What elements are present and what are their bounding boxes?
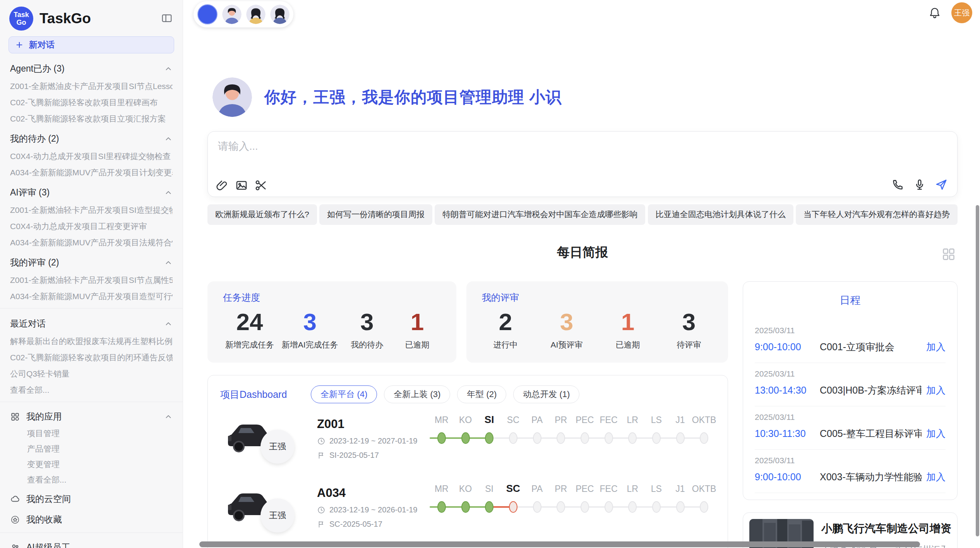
layout-grid-icon[interactable] bbox=[941, 247, 956, 262]
project-list: 王强 Z001 2023-12-19 ~ 2027-01-19 SI-2025-… bbox=[220, 415, 715, 542]
sidebar-section-header[interactable]: 最近对话 bbox=[10, 318, 173, 330]
project-code: A034 bbox=[317, 486, 430, 500]
user-avatar[interactable]: 王强 bbox=[951, 2, 972, 23]
sidebar-item[interactable]: 我的云空间 bbox=[10, 493, 173, 505]
sidebar-item[interactable]: 我的收藏 bbox=[10, 514, 173, 526]
daily-brief-title: 每日简报 bbox=[207, 244, 958, 261]
event-date: 2025/03/11 bbox=[755, 369, 946, 378]
sidebar-sub-item[interactable]: 查看全部... bbox=[27, 475, 173, 485]
project-dates: 2023-12-19 ~ 2026-01-19 bbox=[317, 505, 430, 514]
panel-collapse-icon bbox=[161, 12, 173, 24]
send-icon[interactable] bbox=[935, 178, 948, 191]
avatar-woman-yellow[interactable] bbox=[246, 5, 266, 24]
sidebar-collapse-button[interactable] bbox=[160, 12, 173, 25]
scissors-icon[interactable] bbox=[254, 179, 267, 192]
chevron-up-icon bbox=[164, 65, 173, 73]
composer-placeholder: 请输入... bbox=[218, 139, 258, 153]
stats-card: 任务进度 24 新增完成任务 3 新增AI完成任务 3 我的待办 1 已逾期 bbox=[207, 281, 456, 363]
sidebar: Task Go TaskGo 新对话 Agent已办 (3)Z001-全新燃油皮… bbox=[0, 0, 183, 548]
sidebar-section-header[interactable]: 我的评审 (2) bbox=[10, 257, 173, 269]
dashboard-filter-chip[interactable]: 动总开发 (1) bbox=[513, 385, 579, 403]
taskgo-logo: Task Go bbox=[9, 7, 33, 31]
horizontal-scrollbar[interactable] bbox=[199, 541, 920, 547]
sidebar-link-label: AI超级员工 bbox=[26, 541, 70, 548]
project-info: Z001 2023-12-19 ~ 2027-01-19 SI-2025-05-… bbox=[317, 415, 430, 473]
event-name: C003|H0B-方案冻结评审 bbox=[820, 384, 922, 397]
suggestion-chip[interactable]: 比亚迪全固态电池计划具体说了什么 bbox=[648, 204, 793, 225]
new-conversation-button[interactable] bbox=[197, 4, 218, 24]
suggestion-chip[interactable]: 当下年轻人对汽车外观有怎样的喜好趋势 bbox=[796, 204, 958, 225]
sidebar-item[interactable]: C02-飞腾新能源轻客改款项目的闭环通告反馈情况 bbox=[10, 353, 173, 362]
project-row[interactable]: 王强 Z001 2023-12-19 ~ 2027-01-19 SI-2025-… bbox=[220, 415, 715, 473]
project-owner-avatar: 王强 bbox=[260, 498, 295, 533]
suggestion-chip[interactable]: 如何写一份清晰的项目周报 bbox=[319, 204, 432, 225]
sidebar-item[interactable]: 查看全部... bbox=[10, 385, 173, 395]
sidebar-item[interactable]: A034-全新新能源MUV产品开发项目法规符合性评审 bbox=[10, 238, 173, 247]
event-date: 2025/03/11 bbox=[755, 326, 946, 335]
sidebar-item[interactable]: Z001-全新燃油轻卡产品开发项目SI造型提交物评审 bbox=[10, 206, 173, 215]
milestone-dot-PEC bbox=[581, 501, 589, 513]
schedule-card: 日程 2025/03/11 9:00-10:00 C001-立项审批会 加入 2… bbox=[743, 281, 958, 500]
phone-icon[interactable] bbox=[891, 178, 905, 191]
sidebar-section-header[interactable]: 我的待办 (2) bbox=[10, 133, 173, 145]
milestone-dot-OKTB bbox=[700, 432, 708, 444]
favorites-icon bbox=[10, 515, 20, 525]
notification-bell-icon[interactable] bbox=[928, 6, 941, 19]
dashboard-filter-chip[interactable]: 全新平台 (4) bbox=[311, 385, 377, 403]
event-join-link[interactable]: 加入 bbox=[926, 427, 946, 440]
project-owner-avatar: 王强 bbox=[260, 430, 295, 464]
event-join-link[interactable]: 加入 bbox=[926, 471, 946, 483]
stat-value: 3 bbox=[545, 308, 588, 336]
main-area: 王强 你好，王强，我是你的项目管理助理 小识 请输入... 欧洲新规最近颁布了什… bbox=[183, 0, 980, 548]
project-row[interactable]: 王强 A034 2023-12-19 ~ 2026-01-19 SC-2025-… bbox=[220, 484, 715, 542]
stat-item: 3 新增AI完成任务 bbox=[282, 308, 338, 350]
sidebar-item[interactable]: C02-飞腾新能源轻客改款项目里程碑画布 bbox=[10, 98, 173, 107]
image-icon[interactable] bbox=[235, 179, 248, 192]
section-title: 我的评审 (2) bbox=[10, 257, 59, 269]
stat-label: 已逾期 bbox=[607, 339, 649, 350]
schedule-event: 2025/03/11 10:30-11:30 C005-整车工程目标评审 加入 bbox=[755, 406, 946, 450]
stat-value: 24 bbox=[225, 308, 274, 336]
sidebar-item[interactable]: C0X4-动力总成开发项目SI里程碑提交物检查 bbox=[10, 152, 173, 161]
dashboard-filter-chip[interactable]: 年型 (2) bbox=[457, 385, 506, 403]
stat-item: 24 新增完成任务 bbox=[225, 308, 274, 350]
sidebar-item[interactable]: AI超级员工 bbox=[10, 541, 173, 548]
sidebar-item[interactable]: 解释最新出台的欧盟报废车法规再生塑料比例被调至15%... bbox=[10, 337, 173, 346]
sidebar-item[interactable]: A034-全新新能源MUV产品开发项目造型可行性评审 bbox=[10, 292, 173, 301]
composer-input[interactable]: 请输入... bbox=[207, 131, 958, 197]
sidebar-item[interactable]: Z001-全新燃油皮卡产品开发项目SI节点Lesson Learn报告 bbox=[10, 82, 173, 91]
event-join-link[interactable]: 加入 bbox=[926, 384, 946, 397]
sidebar-item[interactable]: 公司Q3轻卡销量 bbox=[10, 369, 173, 378]
event-time: 9:00-10:00 bbox=[755, 471, 820, 483]
section-title: 我的待办 (2) bbox=[10, 133, 59, 145]
apps-grid-icon bbox=[10, 412, 20, 422]
sidebar-item[interactable]: A034-全新新能源MUV产品开发项目计划变更表编写 bbox=[10, 168, 173, 177]
mic-icon[interactable] bbox=[913, 178, 926, 191]
sidebar-sub-item[interactable]: 项目管理 bbox=[27, 429, 173, 438]
project-info: A034 2023-12-19 ~ 2026-01-19 SC-2025-05-… bbox=[317, 484, 430, 542]
assistant-avatar bbox=[212, 77, 252, 117]
sidebar-section-header[interactable]: Agent已办 (3) bbox=[10, 63, 173, 75]
sidebar-sub-item[interactable]: 产品管理 bbox=[27, 444, 173, 454]
suggestion-chip[interactable]: 特朗普可能对进口汽车增税会对中国车企造成哪些影响 bbox=[435, 204, 645, 225]
suggestion-chip[interactable]: 欧洲新规最近颁布了什么? bbox=[207, 204, 317, 225]
sidebar-link-label: 我的收藏 bbox=[26, 514, 62, 526]
new-chat-button[interactable]: 新对话 bbox=[9, 36, 174, 53]
sidebar-item[interactable]: C02-飞腾新能源轻客改款项目立项汇报方案 bbox=[10, 114, 173, 123]
paperclip-icon[interactable] bbox=[216, 179, 229, 192]
avatar-man[interactable] bbox=[222, 5, 242, 24]
sidebar-item[interactable]: C0X4-动力总成开发项目工程变更评审 bbox=[10, 222, 173, 231]
sidebar-sub-item[interactable]: 变更管理 bbox=[27, 460, 173, 469]
avatar-woman-blue[interactable] bbox=[270, 5, 290, 24]
vertical-scrollbar[interactable] bbox=[976, 205, 979, 536]
dashboard-filter-chip[interactable]: 全新上装 (3) bbox=[384, 385, 450, 403]
stat-item: 3 待评审 bbox=[668, 308, 710, 350]
flag-icon bbox=[317, 520, 326, 529]
stats-card-title: 我的评审 bbox=[482, 291, 713, 304]
event-name: X003-车辆动力学性能验... bbox=[820, 471, 922, 483]
milestone-dot-J1 bbox=[676, 432, 685, 444]
sidebar-item[interactable]: Z001-全新燃油轻卡产品开发项目SI节点属性5D文件评审 bbox=[10, 276, 173, 285]
sidebar-section-header[interactable]: AI评审 (3) bbox=[10, 187, 173, 199]
sidebar-item-my-apps[interactable]: 我的应用 bbox=[10, 411, 173, 423]
event-join-link[interactable]: 加入 bbox=[926, 341, 946, 353]
